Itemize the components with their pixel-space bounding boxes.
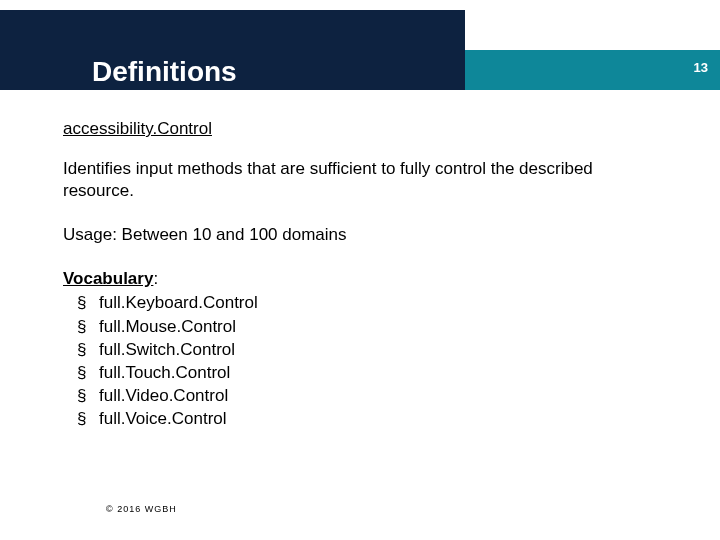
vocabulary-list: full.Keyboard.Control full.Mouse.Control… — [77, 292, 643, 430]
usage-note: Usage: Between 10 and 100 domains — [63, 224, 643, 246]
vocabulary-label: Vocabulary — [63, 269, 153, 288]
vocabulary-colon: : — [153, 269, 158, 288]
list-item: full.Mouse.Control — [77, 316, 643, 338]
list-item: full.Voice.Control — [77, 408, 643, 430]
list-item: full.Video.Control — [77, 385, 643, 407]
copyright-footer: © 2016 WGBH — [106, 504, 177, 514]
term-name: accessibility.Control — [63, 118, 643, 140]
vocabulary-section: Vocabulary: full.Keyboard.Control full.M… — [63, 268, 643, 430]
list-item: full.Touch.Control — [77, 362, 643, 384]
page-number: 13 — [694, 60, 708, 75]
term-description: Identifies input methods that are suffic… — [63, 158, 643, 202]
slide: Definitions 13 accessibility.Control Ide… — [0, 0, 720, 540]
body-content: accessibility.Control Identifies input m… — [63, 118, 643, 431]
list-item: full.Keyboard.Control — [77, 292, 643, 314]
page-title: Definitions — [92, 56, 237, 88]
list-item: full.Switch.Control — [77, 339, 643, 361]
